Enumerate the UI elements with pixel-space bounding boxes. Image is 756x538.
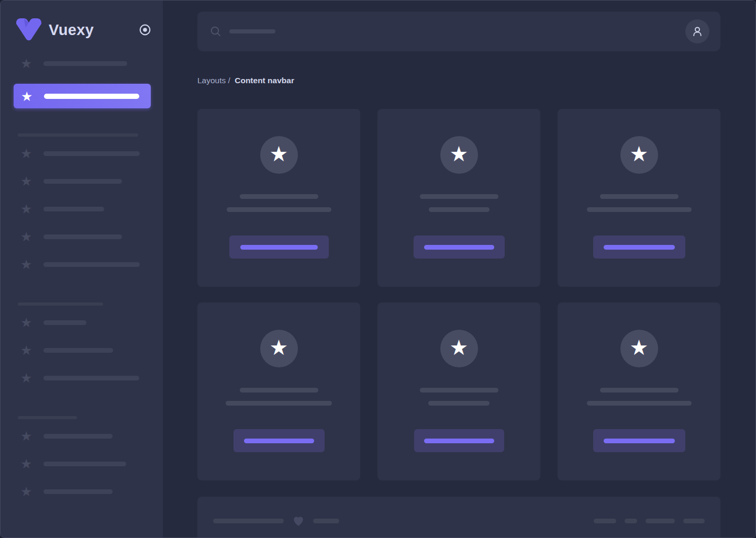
star-icon: ★ [20,485,35,498]
sidebar-item[interactable]: ★ [20,229,150,244]
card-title-skeleton [240,194,318,199]
card-button[interactable] [593,429,685,452]
search-placeholder-skeleton [229,29,275,33]
sidebar-item[interactable]: ★ [20,201,150,216]
sidebar-item[interactable]: ★ [20,429,150,443]
top-navbar [197,12,720,51]
sidebar-nav: ★ ★ ★ ★ ★ ★ ★ ★ ★ ★ [1,56,163,499]
demo-card: ★ [197,302,360,480]
card-avatar-circle: ★ [620,136,658,174]
demo-card: ★ [377,109,540,287]
card-subtitle-skeleton [429,207,490,212]
star-icon: ★ [270,337,288,358]
card-avatar-circle: ★ [440,136,478,174]
card-button-label-skeleton [604,245,675,250]
heart-icon [292,514,305,528]
footer-link-skeleton[interactable] [646,519,675,523]
sidebar-item-label-skeleton [43,179,122,184]
sidebar-item[interactable]: ★ [20,257,150,272]
star-icon: ★ [270,143,288,164]
vuexy-logo-icon[interactable] [15,18,42,41]
search-icon [210,26,221,37]
sidebar-item[interactable]: ★ [20,484,150,499]
sidebar-item[interactable]: ★ [20,371,150,385]
breadcrumb-section[interactable]: Layouts [197,76,226,85]
footer-links [594,519,705,523]
sidebar-item-label-skeleton [44,94,139,99]
demo-card: ★ [558,302,720,480]
sidebar-item-label-skeleton [43,489,113,494]
sidebar-item[interactable]: ★ [20,146,150,161]
app-viewport: Vuexy ★ ★ ★ ★ ★ [0,0,756,538]
star-icon: ★ [630,143,649,164]
demo-card: ★ [377,302,540,480]
brand-title: Vuexy [49,21,94,39]
card-avatar-circle: ★ [260,330,298,367]
breadcrumb: Layouts / Content navbar [197,76,720,85]
star-icon: ★ [21,89,36,103]
card-title-skeleton [240,388,318,393]
card-button-label-skeleton [244,439,314,443]
sidebar-section: ★ ★ ★ [1,416,163,499]
sidebar-section: ★ ★ ★ ★ ★ [1,133,163,272]
card-button[interactable] [593,236,685,259]
sidebar-item-label-skeleton [43,262,140,267]
card-title-skeleton [420,388,498,393]
demo-card: ★ [558,109,720,287]
card-button[interactable] [414,236,505,259]
footer-card [197,497,720,537]
card-button[interactable] [234,429,325,452]
card-avatar-circle: ★ [620,330,658,367]
card-title-skeleton [600,194,679,199]
user-avatar-button[interactable] [685,19,709,43]
sidebar-item[interactable]: ★ [20,174,150,188]
card-subtitle-skeleton [587,401,692,406]
card-avatar-circle: ★ [260,136,298,174]
sidebar-item-label-skeleton [43,462,126,466]
sidebar-section-heading-skeleton [18,416,77,419]
brand: Vuexy [15,17,151,42]
card-subtitle-skeleton [226,401,332,406]
footer-left [213,514,339,528]
star-icon: ★ [20,174,35,188]
star-icon: ★ [20,57,35,70]
breadcrumb-page: Content navbar [235,76,294,85]
sidebar-item-active[interactable]: ★ [14,84,151,108]
card-button[interactable] [229,236,329,259]
card-button-label-skeleton [240,245,318,250]
sidebar-item-label-skeleton [43,151,140,156]
star-icon: ★ [20,257,35,271]
card-button[interactable] [414,429,504,452]
menu-pin-toggle-icon[interactable] [139,24,151,36]
star-icon: ★ [20,429,35,443]
sidebar-section-items: ★ ★ ★ ★ ★ [1,146,163,272]
star-icon: ★ [20,371,35,385]
sidebar-item-label-skeleton [43,234,122,239]
star-icon: ★ [20,457,35,470]
search-input[interactable] [210,26,685,37]
footer-link-skeleton[interactable] [683,519,705,523]
cards-grid: ★ ★ ★ ★ ★ [197,109,720,480]
footer-link-skeleton[interactable] [625,519,637,523]
card-subtitle-skeleton [428,401,490,406]
star-icon: ★ [20,202,35,216]
card-button-label-skeleton [424,439,494,443]
sidebar-item-label-skeleton [43,320,86,325]
breadcrumb-separator: / [228,76,230,85]
star-icon: ★ [20,343,35,357]
sidebar-item[interactable]: ★ [20,315,150,330]
star-icon: ★ [20,230,35,243]
footer-text-skeleton [313,519,339,523]
card-title-skeleton [600,388,679,393]
footer-link-skeleton[interactable] [594,519,616,523]
sidebar-item[interactable]: ★ [20,56,150,71]
sidebar-sections: ★ ★ ★ ★ ★ ★ ★ ★ ★ ★ ★ [1,133,163,499]
star-icon: ★ [630,337,649,358]
card-subtitle-skeleton [227,207,331,212]
sidebar-item-label-skeleton [43,207,104,211]
sidebar-item[interactable]: ★ [20,343,150,357]
sidebar-section-heading-skeleton [18,302,103,306]
sidebar-item[interactable]: ★ [20,456,150,471]
demo-card: ★ [197,109,360,287]
star-icon: ★ [450,337,469,358]
